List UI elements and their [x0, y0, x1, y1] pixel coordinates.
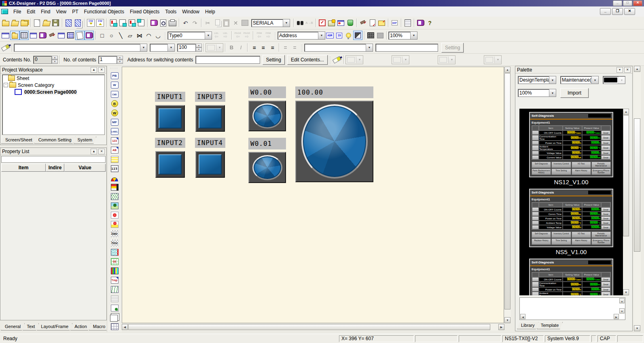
detail-button[interactable]: Detail [601, 135, 610, 141]
find-icon[interactable] [295, 18, 305, 27]
word-lamp-icon[interactable]: W [110, 108, 119, 118]
symbol-book-icon[interactable] [149, 18, 159, 27]
simulate-lamp-icon[interactable] [344, 31, 353, 40]
print-preview-icon[interactable] [159, 18, 168, 27]
font-combo[interactable]: ▼ [14, 44, 147, 52]
row-button[interactable] [532, 277, 539, 282]
broken-line-graph-icon[interactable] [110, 192, 119, 201]
detail-button[interactable]: Detail [601, 287, 610, 292]
template-menu-button[interactable]: I/O Test [572, 162, 591, 168]
help-book-icon[interactable] [416, 18, 425, 27]
row-button[interactable] [532, 212, 539, 216]
tree-item-screen-category[interactable]: − Screen Category [2, 82, 104, 88]
bit-lamp-icon[interactable]: B [110, 99, 119, 108]
show-address-icon[interactable]: ADR [325, 31, 335, 40]
word-lamp-object[interactable] [295, 101, 373, 182]
minimize-button[interactable]: _ [613, 0, 622, 6]
window-list-icon[interactable] [57, 31, 66, 40]
address-book-icon[interactable] [38, 31, 47, 40]
redo-icon[interactable]: ↷ [190, 18, 199, 27]
undo-icon[interactable]: ↶ [181, 18, 190, 27]
analog-meter-icon[interactable] [110, 173, 119, 183]
rectangle-tool-icon[interactable]: □ [97, 31, 107, 40]
valign-top-icon[interactable]: = [281, 43, 290, 52]
chevron-down-icon[interactable]: ▼ [283, 19, 290, 27]
detail-button[interactable]: Detail [601, 141, 610, 145]
template-description-box[interactable]: ▲ ▼ ◀ ▶ [519, 297, 625, 320]
grid-plain-icon[interactable] [375, 31, 385, 40]
detail-button[interactable]: Detail [601, 225, 610, 229]
detail-button[interactable]: Detail [601, 207, 610, 212]
color-brush-icon[interactable] [333, 55, 342, 64]
close-button[interactable]: ✕ [633, 0, 642, 6]
multifunction-object-icon[interactable]: MF [110, 118, 119, 127]
on-off-button-object[interactable] [155, 105, 185, 132]
column-item[interactable]: Item [1, 164, 46, 172]
label-object[interactable]: INPUT1 [155, 92, 185, 102]
color-swatch-combo[interactable]: ▼ [603, 76, 625, 84]
scroll-right-icon[interactable]: ▶ [614, 314, 619, 319]
chevron-down-icon[interactable]: ▼ [140, 44, 147, 51]
string-display-input-icon[interactable]: AB [110, 145, 119, 155]
apply-sheet-icon[interactable] [73, 18, 83, 27]
format-brush-icon[interactable] [1, 43, 10, 52]
mdi-close-button[interactable]: ✕ [624, 8, 635, 15]
page-next-icon[interactable]: PAGE⇨ [242, 32, 251, 39]
scroll-left-icon[interactable]: ◀ [122, 324, 128, 330]
menu-item[interactable]: File [11, 8, 24, 16]
editor-tab[interactable]: Layout/Frame [37, 323, 72, 330]
template-menu-button[interactable]: Time Setting [551, 168, 571, 175]
menu-item[interactable]: Edit [24, 8, 38, 16]
export-csv-icon[interactable]: CSV [95, 18, 105, 27]
open-project-icon[interactable] [10, 18, 19, 27]
template-ns15[interactable]: Self-Diagnosis Equipment1 Item Setting V… [529, 259, 613, 295]
template-menu-button[interactable]: Alarm History [572, 238, 591, 245]
palette-outer-vscrollbar[interactable]: ▲ ▼ [634, 66, 641, 331]
value-label-object[interactable]: 100.00 [295, 86, 373, 98]
spin-up-icon[interactable]: ▲ [196, 44, 202, 48]
menu-item[interactable]: Help [202, 8, 218, 16]
vscroll-thumb[interactable] [504, 73, 511, 309]
circle-tool-icon[interactable]: ○ [107, 31, 116, 40]
row-button[interactable] [532, 135, 539, 141]
command-button-icon[interactable]: CMD [110, 90, 119, 99]
project-check-icon[interactable] [377, 18, 386, 27]
editor-tab[interactable]: Action [70, 323, 91, 330]
close-panel-icon[interactable]: ✕ [98, 67, 105, 73]
print-icon[interactable] [168, 18, 177, 27]
template-ns5[interactable]: Self-Diagnosis Equipment1 Item Setting V… [529, 189, 613, 247]
scale-spinner[interactable]: 100 ▲▼ [177, 44, 202, 52]
swap-color-icon[interactable] [353, 31, 362, 40]
tree-item-screen-page[interactable]: 0000:Screen Page0000 [2, 88, 104, 95]
import-csv-icon[interactable]: CSV [86, 18, 95, 27]
edit-frame-icon[interactable] [75, 31, 85, 40]
template-menu-button[interactable]: Self-Diagnosis [532, 162, 551, 168]
detail-button[interactable]: Detail [601, 277, 610, 282]
open-screen-icon[interactable] [42, 18, 51, 27]
row-button[interactable] [532, 216, 539, 221]
row-button[interactable] [532, 130, 539, 135]
italic-icon[interactable]: I [236, 43, 246, 52]
simulator-icon[interactable] [327, 18, 336, 27]
type-combo[interactable]: Type0▼ [167, 32, 212, 40]
palette-tab[interactable]: Library [517, 322, 539, 329]
import-button[interactable]: Import [560, 88, 589, 98]
edit-contents-button[interactable]: Edit Contents... [287, 55, 328, 65]
scroll-up-icon[interactable]: ▲ [634, 66, 640, 72]
test-tool-icon[interactable] [345, 18, 355, 27]
save-screen-icon[interactable] [51, 18, 60, 27]
mdi-restore-button[interactable]: ❐ [612, 8, 623, 15]
label-text-input[interactable] [375, 44, 438, 52]
menu-item[interactable]: Window [179, 8, 202, 16]
grid-table-icon[interactable] [66, 31, 75, 40]
mdi-child-icon[interactable] [1, 9, 8, 14]
label-switch-combo[interactable]: ▼ [304, 44, 373, 52]
scroll-up-icon[interactable]: ▲ [623, 109, 629, 115]
context-help-icon[interactable]: ? [425, 18, 434, 27]
screen-list-icon[interactable] [403, 18, 412, 27]
new-window-icon[interactable] [1, 31, 10, 40]
template-category-combo[interactable]: Maintenance(C▼ [560, 76, 599, 84]
transfer-to-pt-icon[interactable] [108, 18, 118, 27]
chevron-down-icon[interactable]: ▼ [318, 32, 325, 39]
workspace-tab[interactable]: System [74, 137, 97, 144]
